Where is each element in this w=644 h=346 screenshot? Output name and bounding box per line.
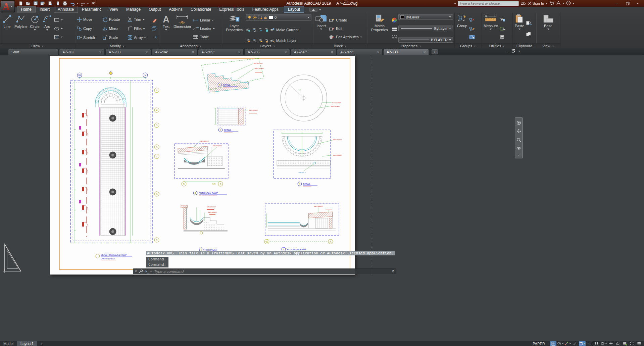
sign-in-button[interactable]: Sign In	[528, 1, 544, 6]
save-as-button[interactable]	[40, 1, 46, 6]
copy-button[interactable]: Copy	[77, 26, 99, 31]
otrack-caret-icon[interactable]	[569, 343, 571, 344]
measure-caret-icon[interactable]	[490, 29, 492, 30]
model-tab[interactable]: Model	[0, 341, 17, 346]
redo-caret-icon[interactable]	[87, 3, 89, 4]
panel-label-groups[interactable]: Groups	[455, 43, 481, 48]
tab-add-ins[interactable]: Add-ins	[165, 6, 187, 13]
command-history-expand-icon[interactable]: ^	[392, 269, 394, 273]
sign-in-caret-icon[interactable]	[546, 3, 548, 4]
rectangle-tool-button[interactable]	[54, 18, 63, 22]
panel-label-utilities[interactable]: Utilities	[482, 43, 512, 48]
steering-wheel-icon[interactable]	[516, 120, 521, 127]
object-snap-toggle[interactable]	[579, 341, 586, 346]
navbar-more-caret-icon[interactable]	[518, 155, 520, 156]
new-layout-button[interactable]: +	[37, 341, 46, 346]
measure-button[interactable]: Measure	[483, 14, 499, 43]
color-dropdown[interactable]: ByLayer	[398, 14, 453, 20]
tab-featured-apps[interactable]: Featured Apps	[248, 6, 283, 13]
explode-button[interactable]	[151, 26, 157, 31]
file-tab-a7-211[interactable]: A7-211×	[383, 49, 429, 55]
copy-clip-button[interactable]	[526, 32, 532, 36]
create-block-button[interactable]: Create	[329, 18, 362, 22]
save-button[interactable]	[32, 1, 39, 6]
drawing-minimize-button[interactable]: —	[505, 50, 509, 53]
match-properties-button[interactable]: Match Properties	[369, 14, 390, 43]
save-to-web-mobile-button[interactable]	[54, 1, 61, 6]
tab-collaborate[interactable]: Collaborate	[187, 6, 215, 13]
cut-button[interactable]	[526, 21, 532, 25]
lineweight-dropdown[interactable]: ByLayer	[398, 26, 453, 31]
command-input[interactable]	[154, 269, 390, 274]
customize-qat-button[interactable]	[90, 1, 96, 6]
match-layer-button[interactable]: Match Layer	[270, 39, 297, 43]
close-icon[interactable]: ×	[99, 50, 101, 54]
minimize-button[interactable]: —	[612, 0, 623, 6]
group-edit-button[interactable]	[469, 27, 475, 31]
zoom-icon[interactable]	[516, 138, 521, 144]
group-button[interactable]: Group	[456, 14, 468, 43]
edit-attributes-button[interactable]: Edit Attributes	[329, 35, 362, 39]
panel-label-layers[interactable]: Layers	[222, 43, 313, 48]
search-collapse-icon[interactable]: ▸	[454, 2, 456, 5]
offset-button[interactable]	[151, 35, 157, 40]
dimension-button[interactable]: Dimension	[173, 14, 192, 43]
erase-button[interactable]	[151, 18, 157, 22]
file-tab-a7-202[interactable]: A7-202×	[59, 49, 105, 55]
close-icon[interactable]: ×	[285, 50, 287, 54]
scale-button[interactable]: Scale	[103, 35, 124, 40]
search-button[interactable]	[521, 1, 526, 6]
file-tab-a7-205[interactable]: A7-205*×	[198, 49, 244, 55]
drawing-canvas[interactable]: W X	[0, 55, 644, 341]
panel-label-modify[interactable]: Modify	[76, 43, 159, 48]
annotation-visibility-toggle[interactable]	[593, 341, 600, 346]
help-button[interactable]: ?	[566, 1, 571, 6]
object-snap-tracking-toggle[interactable]	[564, 341, 571, 346]
customize-status-button[interactable]	[636, 341, 642, 346]
drawing-close-button[interactable]: ×	[518, 50, 520, 53]
workspace-switching-button[interactable]	[600, 341, 607, 346]
polyline-button[interactable]: Polyline	[14, 14, 28, 43]
move-crosshair-button[interactable]	[608, 341, 614, 346]
help-caret-icon[interactable]	[573, 3, 575, 4]
panel-label-properties[interactable]: Properties	[367, 43, 454, 48]
tab-layout[interactable]: Layout	[284, 6, 304, 13]
circle-caret-icon[interactable]	[34, 29, 36, 31]
tab-parametric[interactable]: Parametric	[78, 6, 105, 13]
arc-caret-icon[interactable]	[46, 29, 48, 31]
layer-dropdown[interactable]: 0	[246, 14, 311, 21]
paste-button[interactable]: Paste	[514, 14, 525, 43]
selection-cycling-toggle[interactable]	[586, 341, 593, 346]
panel-label-block[interactable]: Block	[313, 43, 367, 48]
quick-calculator-button[interactable]	[500, 35, 505, 39]
new-button[interactable]	[17, 1, 24, 6]
circle-button[interactable]: Circle	[29, 14, 41, 43]
redo-button[interactable]	[80, 1, 86, 6]
close-icon[interactable]: ×	[146, 50, 148, 54]
panel-label-view[interactable]: View	[536, 43, 560, 48]
clean-screen-button[interactable]	[629, 341, 635, 346]
panel-label-draw[interactable]: Draw	[0, 43, 75, 48]
linear-button[interactable]: Linear	[193, 18, 215, 22]
undo-button[interactable]	[69, 1, 76, 6]
arc-button[interactable]: Arc	[42, 14, 53, 43]
table-button[interactable]: Table	[193, 35, 215, 39]
panel-label-annotation[interactable]: Annotation	[159, 43, 222, 48]
quick-select-button[interactable]	[500, 18, 505, 22]
ribbon-collapse-caret-icon[interactable]	[319, 9, 321, 10]
paper-space-toggle[interactable]: PAPER	[533, 342, 545, 346]
file-tab-a7-204[interactable]: A7-204*×	[152, 49, 197, 55]
layer-properties-button[interactable]: Layer Properties	[224, 14, 245, 43]
osnap-caret-icon[interactable]	[584, 343, 586, 344]
restore-button[interactable]	[623, 0, 633, 6]
pan-icon[interactable]	[516, 129, 521, 135]
annotation-monitor-toggle[interactable]	[615, 341, 621, 346]
array-button[interactable]: Array	[128, 35, 150, 40]
application-menu-button[interactable]: A	[1, 0, 15, 12]
panel-label-clipboard[interactable]: Clipboard	[513, 43, 536, 48]
mirror-button[interactable]: Mirror	[103, 26, 124, 31]
tab-view[interactable]: View	[105, 6, 122, 13]
text-caret-icon[interactable]	[165, 29, 167, 31]
file-tab-start[interactable]: Start	[8, 49, 58, 55]
base-button[interactable]: Base	[541, 14, 556, 43]
